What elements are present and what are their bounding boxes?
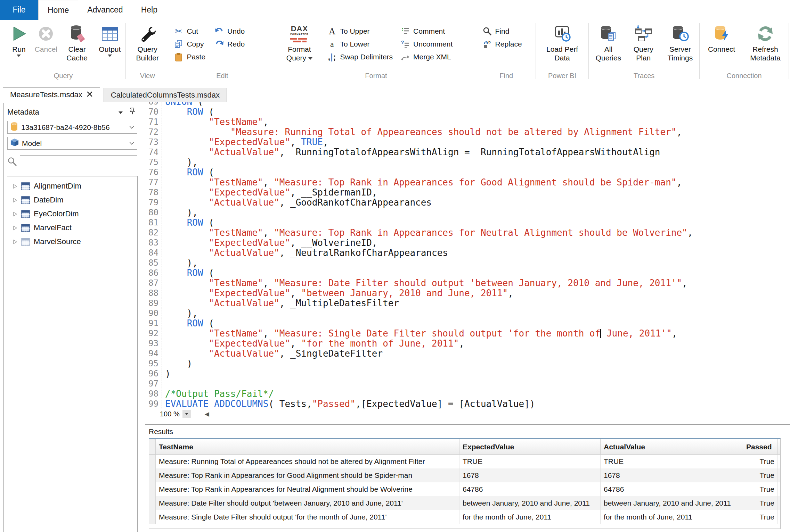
results-row-1[interactable]: Measure: Running Total of Appeareances s…: [149, 455, 780, 468]
cell-filler: [778, 455, 781, 468]
to-upper-icon: A: [327, 26, 337, 36]
cell-TestName: Measure: Running Total of Appeareances s…: [156, 455, 459, 468]
tree-item-MarvelFact[interactable]: MarvelFact: [7, 221, 137, 235]
query-builder-button[interactable]: Query Builder: [128, 23, 167, 62]
tree-item-DateDim[interactable]: DateDim: [7, 193, 137, 207]
tab-measuretests[interactable]: MeasureTests.msdax: [3, 87, 100, 102]
ribbon-group-view: Query Builder View: [127, 20, 168, 82]
results-row-2[interactable]: Measure: Top Rank in Appearances for Goo…: [149, 468, 780, 482]
ribbon: Run Cancel Clear Cache: [0, 20, 790, 82]
code-area[interactable]: 69UNION (70 ROW (71 "TestName",72 "Measu…: [145, 102, 790, 409]
query-plan-label: Query Plan: [628, 45, 659, 62]
code-line-82: 82 "TestName", "Measure: Top Rank in App…: [145, 228, 790, 238]
to-upper-button[interactable]: A To Upper: [327, 26, 393, 36]
expander-icon[interactable]: [13, 239, 17, 244]
cut-label: Cut: [187, 27, 198, 35]
editor-status-bar: 100 % ◀: [145, 409, 209, 419]
row-header[interactable]: [149, 482, 156, 496]
ribbon-group-connection-label: Connection: [701, 72, 788, 80]
replace-button[interactable]: b Replace: [482, 39, 522, 49]
output-button[interactable]: Output: [95, 23, 124, 57]
menu-home[interactable]: Home: [38, 0, 78, 20]
expander-icon[interactable]: [13, 184, 17, 189]
refresh-metadata-button[interactable]: Refresh Metadata: [743, 23, 788, 62]
menu-bar: File Home Advanced Help: [0, 0, 790, 20]
uncomment-button[interactable]: ? Uncomment: [400, 39, 453, 49]
cell-ActualValue: TRUE: [601, 455, 743, 468]
clear-cache-label: Clear Cache: [61, 45, 93, 62]
tab-calculatedcolumnstests[interactable]: CalculatedColumnsTests.msdax: [104, 88, 227, 102]
load-perf-data-button[interactable]: Load Perf Data: [541, 23, 583, 62]
redo-label: Redo: [227, 40, 245, 48]
connect-button[interactable]: Connect: [703, 23, 740, 53]
query-builder-label: Query Builder: [128, 45, 167, 62]
format-query-button[interactable]: DAXFORMATTER Format Query: [279, 23, 319, 62]
results-row-4[interactable]: Measure: Date Filter should output 'betw…: [149, 496, 780, 510]
tree-item-MarvelSource[interactable]: MarvelSource: [7, 235, 137, 249]
paste-button[interactable]: Paste: [174, 52, 205, 62]
metadata-search-input[interactable]: [20, 155, 137, 169]
results-table: TestNameExpectedValueActualValuePassed M…: [149, 438, 781, 529]
tree-item-AlignmentDim[interactable]: AlignmentDim: [7, 179, 137, 193]
menu-file-label: File: [13, 5, 25, 15]
panel-menu-icon[interactable]: [119, 111, 123, 114]
format-query-dropdown-icon[interactable]: [308, 57, 312, 60]
hscroll-left-arrow[interactable]: ◀: [205, 410, 209, 418]
all-queries-icon: [599, 24, 618, 43]
menu-advanced[interactable]: Advanced: [78, 0, 132, 20]
cell-ExpectedValue: TRUE: [459, 455, 601, 468]
code-line-75: 75 ),: [145, 157, 790, 167]
results-row-3[interactable]: Measure: Top Rank in Appearances for Neu…: [149, 482, 780, 496]
model-select[interactable]: Model: [7, 137, 137, 150]
database-select[interactable]: 13a31687-ba24-4920-8b56: [7, 121, 137, 134]
run-icon: [11, 24, 27, 43]
code-line-71: 71 "TestName",: [145, 117, 790, 127]
expander-icon[interactable]: [13, 198, 17, 203]
server-timings-button[interactable]: Server Timings: [662, 23, 698, 62]
pin-icon[interactable]: [129, 108, 136, 117]
column-header-ExpectedValue[interactable]: ExpectedValue: [459, 439, 601, 454]
cut-button[interactable]: ✂ Cut: [174, 26, 205, 36]
menu-help[interactable]: Help: [132, 0, 166, 20]
query-plan-button[interactable]: Query Plan: [628, 23, 659, 62]
expander-icon[interactable]: [13, 225, 17, 231]
cancel-button[interactable]: Cancel: [33, 23, 59, 53]
comment-button[interactable]: Comment: [400, 26, 453, 36]
menu-file[interactable]: File: [0, 0, 38, 20]
undo-button[interactable]: Undo: [214, 26, 245, 36]
metadata-panel-title: Metadata: [7, 108, 119, 117]
swap-delimiters-button[interactable]: ,|; Swap Delimiters: [327, 52, 393, 62]
output-dropdown-icon[interactable]: [108, 55, 112, 57]
results-row-5[interactable]: Measure: Single Date Filter should outpu…: [149, 510, 780, 524]
search-icon: [7, 157, 17, 168]
column-header-ActualValue[interactable]: ActualValue: [601, 439, 743, 454]
run-dropdown-icon[interactable]: [17, 55, 21, 57]
menu-advanced-label: Advanced: [87, 5, 123, 15]
tab-close-icon[interactable]: [87, 90, 93, 99]
row-header[interactable]: [149, 455, 156, 468]
tree-item-label: MarvelFact: [34, 223, 72, 232]
zoom-dropdown[interactable]: [182, 410, 191, 418]
to-lower-button[interactable]: a To Lower: [327, 39, 393, 49]
column-header-TestName[interactable]: TestName: [156, 439, 459, 454]
row-header[interactable]: [149, 468, 156, 482]
copy-button[interactable]: Copy: [174, 39, 205, 49]
code-line-89: 89 "ActualValue", _MultipleDatesFilter: [145, 298, 790, 308]
row-header[interactable]: [149, 510, 156, 524]
row-header[interactable]: [149, 496, 156, 510]
run-button[interactable]: Run: [7, 23, 31, 57]
redo-button[interactable]: Redo: [214, 39, 245, 49]
clear-cache-button[interactable]: Clear Cache: [61, 23, 93, 62]
column-header-Passed[interactable]: Passed: [743, 439, 778, 454]
cell-TestName: Measure: Top Rank in Appearances for Neu…: [156, 482, 459, 496]
expander-icon[interactable]: [13, 211, 17, 217]
tree-item-EyeColorDim[interactable]: EyeColorDim: [7, 207, 137, 221]
code-line-81: 81 ROW (: [145, 218, 790, 228]
merge-xml-button[interactable]: Merge XML: [400, 52, 453, 62]
find-button[interactable]: Find: [482, 26, 522, 36]
all-queries-button[interactable]: All Queries: [592, 23, 625, 62]
code-line-92: 92 "TestName", "Measure: Single Date Fil…: [145, 329, 790, 339]
database-select-value: 13a31687-ba24-4920-8b56: [21, 123, 126, 132]
swap-delimiters-label: Swap Delimiters: [340, 53, 393, 61]
code-line-98: 98/*Output Pass/Fail*/: [145, 389, 790, 399]
